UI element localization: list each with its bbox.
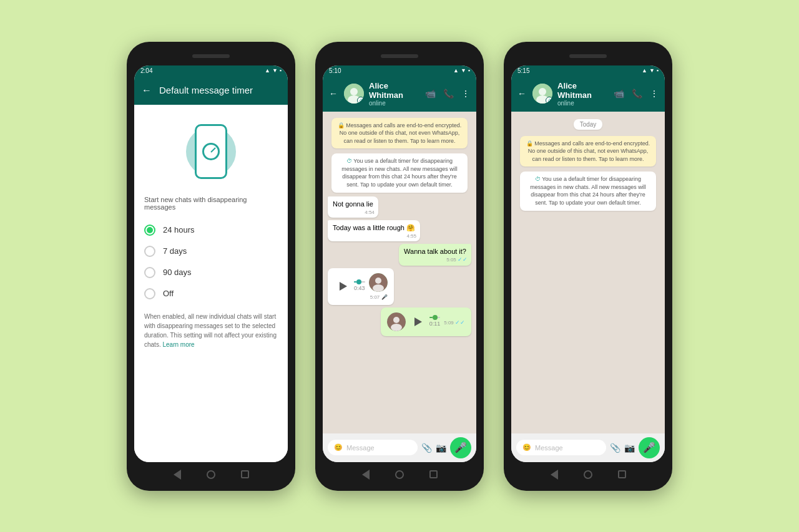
encryption-notice-3: 🔒 Messages and calls are end-to-end encr… — [520, 136, 657, 167]
video-call-icon-2[interactable]: 📹 — [425, 89, 436, 99]
wifi-icon-3: ▼ — [649, 67, 655, 74]
home-nav-btn[interactable] — [205, 469, 217, 480]
message-input-field-2[interactable]: 😊 Message — [328, 440, 418, 455]
svg-point-8 — [391, 324, 402, 331]
phone-3: 5:15 ▲ ▼ ▪ ← ⏱ Alice Whitman online — [504, 42, 672, 491]
back-nav-btn-2[interactable] — [360, 469, 371, 480]
label-24h: 24 hours — [163, 225, 195, 235]
voice-call-icon-2[interactable]: 📞 — [443, 89, 454, 99]
settings-footer: When enabled, all new individual chats w… — [144, 312, 278, 349]
status-time-3: 5:15 — [517, 67, 529, 74]
nav-bar-2 — [323, 466, 476, 483]
radio-7days[interactable] — [144, 246, 155, 257]
back-nav-btn-3[interactable] — [549, 469, 560, 480]
back-button-3[interactable]: ← — [517, 89, 526, 99]
radio-off[interactable] — [144, 288, 155, 299]
msg-text-2: Today was a little rough 🤗 — [333, 224, 415, 231]
date-badge-3: Today — [574, 119, 603, 130]
status-time-1: 2:04 — [140, 67, 152, 74]
radio-24h[interactable] — [144, 225, 155, 236]
contact-info-2: Alice Whitman online — [369, 81, 420, 107]
option-off[interactable]: Off — [144, 283, 278, 304]
video-call-icon-3[interactable]: 📹 — [614, 89, 624, 99]
waveform-dot-received[interactable] — [356, 279, 361, 284]
voice-call-icon-3[interactable]: 📞 — [632, 89, 642, 99]
contact-avatar-2: ⏱ — [344, 84, 364, 104]
audio-msg-received: 0:43 5:07 🎤 — [328, 268, 394, 305]
radio-90days[interactable] — [144, 267, 155, 278]
timer-icon-illustration — [202, 143, 220, 160]
emoji-btn-2[interactable]: 😊 — [334, 443, 343, 452]
option-90days[interactable]: 90 days — [144, 262, 278, 283]
option-24h[interactable]: 24 hours — [144, 220, 278, 241]
attachment-icon-2[interactable]: 📎 — [421, 443, 432, 453]
contact-status-3: online — [557, 100, 609, 107]
status-bar-1: 2:04 ▲ ▼ ▪ — [134, 65, 288, 76]
read-ticks-3: ✓✓ — [458, 256, 468, 263]
recents-nav-btn-2[interactable] — [428, 469, 439, 480]
phone-screen-1: 2:04 ▲ ▼ ▪ ← Default message timer Start… — [134, 65, 288, 462]
msg-time-3: 5:05 ✓✓ — [446, 256, 468, 264]
audio-play-btn-received[interactable] — [334, 278, 350, 294]
label-7days: 7 days — [163, 246, 187, 256]
msg-text-3: Wanna talk about it? — [404, 248, 466, 255]
back-button-1[interactable]: ← — [142, 85, 152, 96]
settings-header: ← Default message timer — [134, 76, 288, 105]
home-nav-btn-3[interactable] — [582, 469, 594, 480]
more-options-icon-2[interactable]: ⋮ — [461, 89, 470, 99]
label-off: Off — [163, 289, 174, 298]
phone-notch-3 — [511, 49, 665, 63]
phone-speaker-3 — [569, 54, 607, 58]
msg-text-1: Not gonna lie — [333, 200, 373, 208]
play-icon-received — [340, 282, 347, 291]
msg-time-1: 4:54 — [365, 209, 375, 216]
learn-more-link[interactable]: Learn more — [162, 341, 194, 348]
audio-duration-received: 0:43 — [354, 285, 365, 291]
camera-icon-2[interactable]: 📷 — [436, 443, 446, 453]
svg-point-1 — [350, 88, 358, 95]
chat-header-3: ← ⏱ Alice Whitman online 📹 📞 ⋮ — [511, 76, 665, 112]
timer-notice-3: ⏱ You use a default timer for disappeari… — [520, 172, 657, 210]
message-input-field-3[interactable]: 😊 Message — [516, 440, 606, 455]
phone-notch — [134, 49, 288, 63]
signal-icon-1: ▲ — [265, 67, 270, 74]
signal-icon-2: ▲ — [453, 67, 459, 74]
mic-button-3[interactable]: 🎤 — [639, 437, 660, 458]
phone-screen-3: 5:15 ▲ ▼ ▪ ← ⏱ Alice Whitman online — [511, 65, 665, 462]
home-nav-btn-2[interactable] — [394, 469, 405, 480]
mic-button-2[interactable]: 🎤 — [450, 437, 471, 458]
audio-play-btn-sent[interactable] — [409, 314, 426, 330]
back-nav-btn[interactable] — [172, 469, 183, 480]
attachment-icon-3[interactable]: 📎 — [610, 443, 620, 453]
play-icon-sent — [414, 317, 422, 326]
more-options-icon-3[interactable]: ⋮ — [650, 89, 659, 99]
status-bar-3: 5:15 ▲ ▼ ▪ — [511, 65, 665, 76]
chat-body-3: Today 🔒 Messages and calls are end-to-en… — [511, 112, 665, 433]
contact-info-3: Alice Whitman online — [557, 81, 609, 107]
camera-icon-3[interactable]: 📷 — [624, 443, 635, 453]
contact-name-2: Alice Whitman — [369, 81, 420, 100]
contact-name-3: Alice Whitman — [557, 81, 609, 100]
back-button-2[interactable]: ← — [329, 89, 338, 99]
nav-bar-3 — [511, 466, 665, 483]
audio-avatar-sent — [387, 312, 406, 331]
emoji-btn-3[interactable]: 😊 — [522, 443, 531, 452]
audio-time-received: 5:07 🎤 — [370, 294, 388, 300]
disappearing-timer-icon-3: ⏱ — [546, 97, 552, 104]
label-90days: 90 days — [163, 268, 192, 277]
phone-screen-2: 5:10 ▲ ▼ ▪ ← ⏱ Alice Whitman online — [323, 65, 476, 462]
battery-icon-2: ▪ — [468, 67, 470, 74]
waveform-dot-sent[interactable] — [433, 315, 438, 320]
settings-content: Start new chats with disappearing messag… — [134, 105, 288, 462]
option-7days[interactable]: 7 days — [144, 241, 278, 262]
wifi-icon-1: ▼ — [272, 67, 278, 74]
contact-status-2: online — [369, 100, 420, 107]
recents-nav-btn-3[interactable] — [616, 469, 627, 480]
audio-avatar-received — [369, 273, 388, 292]
waveform-received — [354, 281, 365, 283]
audio-time-sent: 5:09 ✓✓ — [444, 319, 465, 326]
signal-icon-3: ▲ — [642, 67, 647, 74]
recents-nav-btn[interactable] — [239, 469, 250, 480]
audio-duration-sent: 0:11 — [429, 321, 441, 327]
status-time-2: 5:10 — [329, 67, 341, 74]
